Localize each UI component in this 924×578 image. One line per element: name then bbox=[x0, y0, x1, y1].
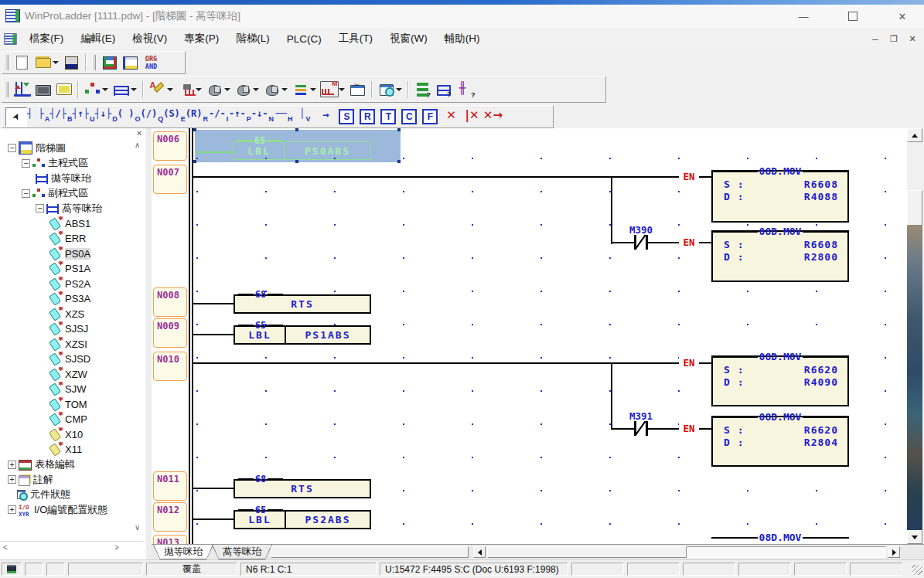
lbl-block-ps0abs[interactable]: 65 LBL PS0ABS bbox=[234, 141, 371, 160]
delete-element-tool[interactable]: ✕ bbox=[441, 107, 462, 127]
toolbar-grip[interactable] bbox=[5, 82, 9, 97]
hscroll-left-button[interactable] bbox=[473, 546, 486, 558]
coil-o-tool[interactable]: ( )O bbox=[118, 107, 141, 127]
vertical-scroll-thumb[interactable] bbox=[907, 190, 922, 226]
tree-item-label[interactable]: SJSD bbox=[2, 352, 135, 367]
tree-item-sub-program[interactable]: 副程式區 bbox=[2, 186, 135, 202]
selection-handle[interactable] bbox=[193, 160, 196, 163]
element-status-button[interactable] bbox=[412, 80, 433, 99]
plc-chip-button[interactable] bbox=[32, 80, 53, 99]
tree-item-label[interactable]: XZS bbox=[2, 307, 135, 322]
contact-b-tool[interactable]: ┤/├B bbox=[49, 107, 72, 127]
horizontal-line-tool[interactable]: ──H bbox=[274, 107, 295, 127]
maximize-button[interactable] bbox=[835, 6, 871, 26]
tree-item-label[interactable]: TOM bbox=[2, 397, 135, 413]
mdi-restore-icon[interactable]: ❐ bbox=[886, 33, 902, 45]
invert-tool[interactable]: -/-I bbox=[208, 107, 229, 127]
network-label-n009[interactable]: N009 bbox=[153, 318, 187, 348]
scroll-down-button[interactable] bbox=[907, 530, 922, 544]
selection-handle[interactable] bbox=[295, 160, 298, 163]
contact-u-tool[interactable]: ┤↑├U bbox=[72, 107, 94, 127]
save-button[interactable] bbox=[61, 53, 82, 72]
network-label-n012[interactable]: N012 bbox=[153, 502, 187, 532]
mov-block[interactable]: 08D.MOV S :R6620 D :R2804 bbox=[711, 416, 849, 467]
coil-q-tool[interactable]: (/)Q bbox=[140, 107, 163, 127]
nc-contact[interactable] bbox=[646, 235, 648, 250]
lbl-block-ps1abs[interactable]: 65 LBL PS1ABS bbox=[234, 325, 371, 345]
connection-test-button[interactable] bbox=[12, 80, 32, 99]
toolbar-grip[interactable] bbox=[92, 55, 96, 70]
collapse-icon[interactable] bbox=[8, 144, 16, 152]
selection-handle[interactable] bbox=[397, 160, 401, 163]
dropdown-icon[interactable] bbox=[339, 88, 345, 91]
expand-icon[interactable] bbox=[8, 475, 16, 484]
tree-scroll-up-icon[interactable]: ∧ bbox=[135, 141, 140, 149]
selection-handle[interactable] bbox=[193, 128, 196, 131]
vertical-scrollbar[interactable] bbox=[907, 128, 922, 544]
menu-ladder[interactable]: 階梯(L) bbox=[227, 28, 278, 49]
reference-book-button[interactable] bbox=[53, 80, 74, 99]
contact-query-button[interactable] bbox=[454, 80, 475, 99]
tree-item-label[interactable]: X11 bbox=[2, 442, 135, 457]
timer-tool[interactable]: T bbox=[378, 107, 399, 127]
tree-item-label[interactable]: CMP bbox=[2, 412, 135, 427]
network-label-n011[interactable]: N011 bbox=[153, 471, 187, 501]
open-dropdown-icon[interactable] bbox=[53, 61, 59, 64]
tab-main-unit[interactable]: 拋等咪珆 bbox=[153, 545, 213, 559]
open-file-button[interactable] bbox=[32, 53, 53, 72]
counter-tool[interactable]: C bbox=[399, 107, 420, 127]
table-edit-button[interactable] bbox=[347, 80, 368, 99]
selection-handle[interactable] bbox=[295, 128, 298, 131]
tree-item-label[interactable]: XZSI bbox=[2, 337, 135, 352]
function-tool[interactable]: F bbox=[420, 107, 441, 127]
network-label-n010[interactable]: N010 bbox=[153, 352, 187, 381]
step-s-tool[interactable]: S bbox=[336, 107, 357, 127]
select-cursor-button[interactable]: ➤ bbox=[5, 107, 27, 127]
collapse-icon[interactable] bbox=[22, 189, 30, 198]
menu-edit[interactable]: 編輯(E) bbox=[72, 28, 124, 49]
mdi-close-icon[interactable]: ✕ bbox=[905, 33, 920, 45]
collapse-icon[interactable] bbox=[22, 159, 30, 168]
network-query-button[interactable] bbox=[433, 80, 454, 99]
tree-item-io-config[interactable]: I/OXYRI/O編號配置狀態 bbox=[2, 502, 135, 518]
minimize-button[interactable]: — bbox=[786, 6, 821, 26]
motor-config-button[interactable] bbox=[204, 80, 225, 99]
ladder-canvas[interactable]: N006 65 LBL PS0ABS N007 EN 08D.MOV S :R6… bbox=[152, 128, 907, 544]
menu-plc[interactable]: PLC(C) bbox=[278, 28, 330, 49]
title-bar[interactable]: WinProLadder [1111.pdw] - [階梯圖 - 萵等咪珆] —… bbox=[0, 5, 924, 29]
delete-row-tool[interactable]: ✕→ bbox=[482, 107, 503, 127]
tree-item-label[interactable]: PS1A bbox=[2, 261, 135, 277]
tree-item-sub-unit[interactable]: 萵等咪珆 bbox=[2, 201, 135, 216]
org-and-view-button[interactable]: ORG AND bbox=[141, 53, 162, 72]
rts-block[interactable]: 68 RTS bbox=[234, 479, 371, 498]
dropdown-icon[interactable] bbox=[310, 88, 316, 91]
menu-project[interactable]: 專案(P) bbox=[176, 28, 227, 49]
tree-item-main-program[interactable]: 主程式區 bbox=[2, 156, 135, 172]
ladder-network-button[interactable] bbox=[111, 80, 131, 99]
tree-item-label[interactable]: SJSJ bbox=[2, 321, 135, 337]
set-coil-tool[interactable]: (S)E bbox=[163, 107, 186, 127]
dropdown-icon[interactable] bbox=[167, 88, 173, 91]
search-table-button[interactable] bbox=[376, 80, 397, 99]
mov-block[interactable]: 08D.MOV S :R6608 D :R4088 bbox=[711, 170, 849, 223]
scroll-up-button[interactable] bbox=[907, 128, 922, 142]
motor-run-button[interactable] bbox=[261, 80, 282, 99]
tree-item-label[interactable]: ABS1 bbox=[2, 216, 135, 232]
dropdown-icon[interactable] bbox=[131, 88, 137, 91]
contact-a-tool[interactable]: ┤ ├A bbox=[27, 107, 49, 127]
reset-coil-tool[interactable]: (R)R bbox=[186, 107, 208, 127]
rising-edge-tool[interactable]: -↑-P bbox=[229, 107, 251, 127]
menu-help[interactable]: 輔助(H) bbox=[436, 28, 489, 49]
dropdown-icon[interactable] bbox=[253, 88, 259, 91]
horizontal-scroll-thumb[interactable] bbox=[487, 546, 687, 558]
menu-file[interactable]: 檔案(F) bbox=[21, 28, 72, 49]
tree-item-label[interactable]: PS3A bbox=[2, 291, 135, 307]
lbl-block-ps2abs[interactable]: 65 LBL PS2ABS bbox=[234, 510, 371, 529]
project-window-button[interactable] bbox=[99, 53, 120, 72]
network-label-n006[interactable]: N006 bbox=[153, 131, 187, 161]
tree-item-ladder-diagram[interactable]: 階梯圖 bbox=[2, 141, 135, 156]
tree-item-label-selected[interactable]: PS0A bbox=[2, 246, 135, 262]
expand-icon[interactable] bbox=[8, 461, 16, 469]
tree-item-label[interactable]: ERR bbox=[2, 231, 135, 246]
delete-vline-tool[interactable]: |✕ bbox=[462, 107, 482, 127]
